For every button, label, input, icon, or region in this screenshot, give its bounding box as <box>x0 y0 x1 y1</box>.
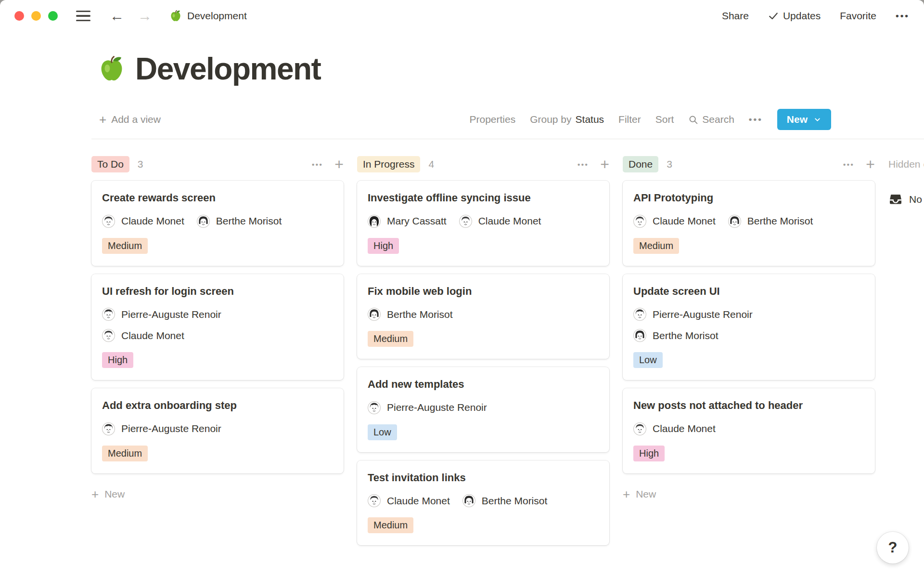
assignee: Claude Monet <box>633 422 716 435</box>
card[interactable]: Update screen UI Pierre-Auguste Renoir B… <box>623 274 875 381</box>
breadcrumb[interactable]: Development <box>169 10 247 22</box>
share-button[interactable]: Share <box>722 10 749 22</box>
card[interactable]: Add new templates Pierre-Auguste Renoir … <box>357 367 609 452</box>
priority-badge: High <box>368 238 399 254</box>
priority-badge: Low <box>633 352 663 368</box>
priority-badge: Low <box>368 424 397 440</box>
hidden-columns-section: Hidden columns No Status <box>888 154 924 207</box>
column-more-icon[interactable]: ••• <box>312 160 323 169</box>
card-title: Create rewards screen <box>102 191 216 205</box>
assignee-name: Berthe Morisot <box>216 215 282 227</box>
assignee: Pierre-Auguste Renoir <box>368 401 487 414</box>
new-button[interactable]: New <box>777 109 831 130</box>
card[interactable]: Fix mobile web login Berthe Morisot Medi… <box>357 274 609 359</box>
column-more-icon[interactable]: ••• <box>578 160 589 169</box>
priority-badge: Medium <box>102 238 148 254</box>
zoom-window-icon[interactable] <box>48 11 58 21</box>
more-options-icon[interactable]: ••• <box>896 11 910 21</box>
card[interactable]: Test invitation links Claude Monet Berth… <box>357 460 609 546</box>
assignee-name: Berthe Morisot <box>653 330 719 342</box>
green-apple-icon[interactable] <box>98 55 126 83</box>
board-column-in-progress: In Progress 4 ••• + Investigate offline … <box>357 154 609 545</box>
assignee-name: Claude Monet <box>121 215 184 227</box>
page-title: Development <box>135 51 321 87</box>
assignee: Pierre-Auguste Renoir <box>102 308 221 321</box>
board-column-todo: To Do 3 ••• + Create rewards screen Clau… <box>91 154 344 500</box>
board-column-done: Done 3 ••• + API Prototyping Claude Mone… <box>623 154 875 500</box>
help-button[interactable]: ? <box>877 532 909 564</box>
status-badge[interactable]: To Do <box>91 156 129 172</box>
sidebar-menu-icon[interactable] <box>76 11 90 22</box>
filter-button[interactable]: Filter <box>618 114 641 125</box>
sort-button[interactable]: Sort <box>655 114 674 125</box>
assignee: Pierre-Auguste Renoir <box>102 422 221 435</box>
avatar <box>197 215 210 228</box>
assignee: Berthe Morisot <box>633 329 753 342</box>
properties-button[interactable]: Properties <box>469 114 515 125</box>
hidden-columns-label[interactable]: Hidden columns <box>888 154 924 175</box>
add-card-button[interactable]: + New <box>623 488 875 500</box>
assignee: Claude Monet <box>368 494 450 507</box>
plus-icon: + <box>99 112 106 127</box>
question-mark-icon: ? <box>888 539 898 556</box>
card-title: Test invitation links <box>368 471 466 485</box>
page-header: Development <box>98 51 924 87</box>
card-title: Add new templates <box>368 378 464 391</box>
assignee-name: Mary Cassatt <box>387 215 447 227</box>
add-view-button[interactable]: + Add a view <box>99 112 161 127</box>
assignee-name: Berthe Morisot <box>482 495 548 507</box>
minimize-window-icon[interactable] <box>31 11 41 21</box>
avatar <box>102 308 115 321</box>
favorite-button[interactable]: Favorite <box>840 10 876 22</box>
card-title: Fix mobile web login <box>368 285 472 298</box>
priority-badge: Medium <box>368 331 413 347</box>
avatar <box>102 215 115 228</box>
add-card-button[interactable]: + New <box>91 488 344 500</box>
assignee: Berthe Morisot <box>368 308 453 321</box>
inbox-tray-icon <box>888 192 903 207</box>
hidden-group-label: No Status <box>909 194 924 205</box>
card-title: API Prototyping <box>633 191 713 205</box>
view-toolbar: + Add a view Properties Group byStatus F… <box>99 109 831 130</box>
card-title: New posts not attached to header <box>633 399 803 412</box>
window-topbar: ← → Development Share Updates Favorite •… <box>0 0 924 32</box>
chevron-down-icon <box>813 116 821 124</box>
column-add-icon[interactable]: + <box>334 157 344 172</box>
avatar <box>728 215 741 228</box>
assignee: Claude Monet <box>102 329 221 342</box>
toolbar-more-icon[interactable]: ••• <box>749 114 763 125</box>
avatar <box>368 215 381 228</box>
search-button[interactable]: Search <box>688 114 734 125</box>
card[interactable]: API Prototyping Claude Monet Berthe Mori… <box>623 181 875 266</box>
hidden-group-no-status[interactable]: No Status <box>888 192 924 207</box>
card[interactable]: Add extra onboarding step Pierre-Auguste… <box>91 388 344 473</box>
column-add-icon[interactable]: + <box>600 157 609 172</box>
status-badge[interactable]: Done <box>623 156 658 172</box>
check-icon <box>768 11 779 21</box>
assignee-name: Claude Monet <box>121 330 184 342</box>
assignee-name: Claude Monet <box>653 215 716 227</box>
assignee: Pierre-Auguste Renoir <box>633 308 753 321</box>
avatar <box>368 401 381 414</box>
card[interactable]: New posts not attached to header Claude … <box>623 388 875 473</box>
card[interactable]: Create rewards screen Claude Monet Berth… <box>91 181 344 266</box>
column-more-icon[interactable]: ••• <box>843 160 854 169</box>
avatar <box>633 329 646 342</box>
assignee-name: Pierre-Auguste Renoir <box>387 402 487 413</box>
avatar <box>102 329 115 342</box>
card-title: UI refresh for login screen <box>102 285 234 298</box>
assignee: Berthe Morisot <box>728 215 813 228</box>
card[interactable]: UI refresh for login screen Pierre-Augus… <box>91 274 344 381</box>
group-by-button[interactable]: Group byStatus <box>530 114 604 125</box>
avatar <box>633 422 646 435</box>
status-badge[interactable]: In Progress <box>357 156 420 172</box>
kanban-board: To Do 3 ••• + Create rewards screen Clau… <box>91 154 924 545</box>
window-controls[interactable] <box>14 11 58 21</box>
priority-badge: Medium <box>368 517 413 533</box>
close-window-icon[interactable] <box>14 11 24 21</box>
updates-button[interactable]: Updates <box>768 10 821 22</box>
back-icon[interactable]: ← <box>110 9 124 23</box>
card-count: 3 <box>138 158 143 170</box>
card[interactable]: Investigate offline syncing issue Mary C… <box>357 181 609 266</box>
column-add-icon[interactable]: + <box>866 157 875 172</box>
